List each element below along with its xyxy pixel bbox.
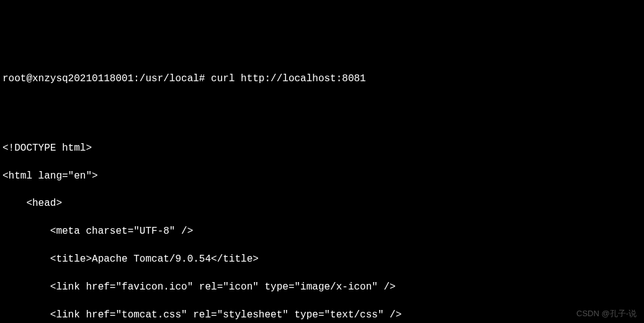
output-line: <title>Apache Tomcat/9.0.54</title> <box>2 252 644 266</box>
output-line: <link href="favicon.ico" rel="icon" type… <box>2 280 644 294</box>
output-line: <meta charset="UTF-8" /> <box>2 224 644 238</box>
watermark-text: CSDN @孔子-说 <box>576 308 637 319</box>
output-line: <head> <box>2 197 644 210</box>
terminal-output[interactable]: root@xnzysq20210118001:/usr/local# curl … <box>2 58 644 323</box>
shell-prompt-line: root@xnzysq20210118001:/usr/local# curl … <box>2 72 644 86</box>
output-line: <html lang="en"> <box>2 169 644 183</box>
output-line: <!DOCTYPE html> <box>2 141 644 155</box>
output-line: <link href="tomcat.css" rel="stylesheet"… <box>2 308 644 322</box>
